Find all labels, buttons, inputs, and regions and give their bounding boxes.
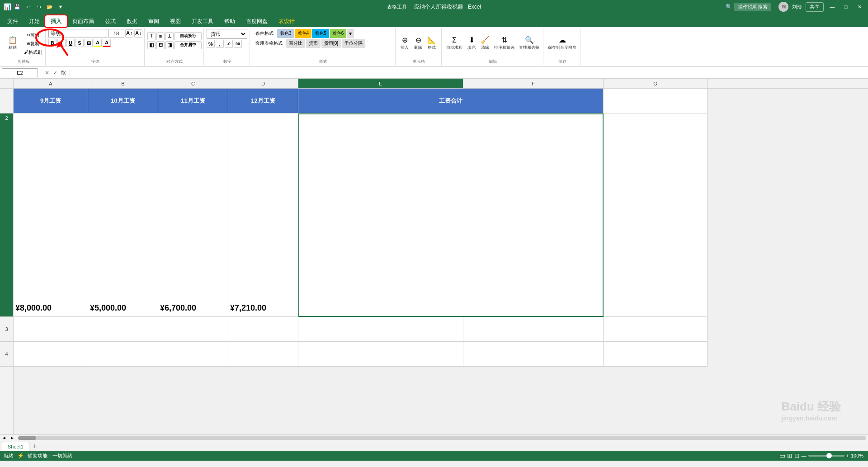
tab-home[interactable]: 开始 [24,15,45,27]
search-label[interactable]: 操作说明搜索 [734,3,771,11]
formula-input[interactable] [73,68,866,77]
cell-d3[interactable] [228,317,298,342]
find-select-btn[interactable]: 🔍 查找和选择 [517,36,541,52]
cell-a4[interactable] [14,342,88,367]
style-quick-1[interactable]: 着色3 [277,29,294,38]
align-middle-btn[interactable]: ≡ [156,32,165,40]
col-header-b[interactable]: B [88,79,158,88]
zoom-out-btn[interactable]: — [802,453,807,458]
conditional-format-btn[interactable]: 条件格式 [253,29,276,38]
add-sheet-btn[interactable]: + [30,442,39,451]
cell-d4[interactable] [228,342,298,367]
formula-accept-btn[interactable]: ✓ [52,70,58,76]
tab-view[interactable]: 视图 [165,15,186,27]
col-header-e[interactable]: E [298,79,463,88]
bold-btn[interactable]: B [48,39,57,47]
cell-a1[interactable]: 9月工资 [14,89,88,113]
decrease-decimal-btn[interactable]: 00 [234,40,242,48]
cell-f3[interactable] [463,317,604,342]
italic-btn[interactable]: I [57,39,66,47]
percent-btn[interactable]: % [207,40,215,48]
cell-b3[interactable] [88,317,158,342]
cut-btn[interactable]: ✂ 剪切 [23,31,43,39]
borders-btn[interactable]: ⊞ [85,39,93,47]
view-pagebreak-btn[interactable]: ⊞ [787,452,793,459]
tab-tabledesign[interactable]: 表设计 [273,15,300,27]
cell-b1[interactable]: 10月工资 [88,89,158,113]
cell-c4[interactable] [158,342,228,367]
currency-style-btn[interactable]: 货币 [306,39,321,48]
scroll-right-btn[interactable]: ► [8,435,16,440]
zoom-slider[interactable] [808,455,844,457]
user-avatar[interactable]: 刘 [778,2,788,12]
align-right-btn[interactable]: ◨ [165,41,174,49]
share-label[interactable]: 共享 [806,2,824,12]
zoom-in-btn[interactable]: + [846,453,849,458]
tab-formulas[interactable]: 公式 [99,15,121,27]
sort-filter-btn[interactable]: ⇅ 排序和筛选 [492,36,516,52]
style-quick-4[interactable]: 着色6 [330,29,347,38]
cell-b2[interactable]: ¥5,000.00 [88,113,158,317]
col-header-f[interactable]: F [463,79,604,88]
save-quick-btn[interactable]: 💾 [13,3,22,11]
tab-pagelayout[interactable]: 页面布局 [67,15,99,27]
view-pagelayout-btn[interactable]: ⊡ [794,452,800,459]
align-left-btn[interactable]: ◧ [147,41,156,49]
currency0-style-btn[interactable]: 货币[0] [321,39,341,48]
align-bottom-btn[interactable]: ⊥ [165,32,174,40]
merge-btn[interactable]: 合并居中 [175,41,202,49]
font-name-dropdown[interactable] [48,29,107,38]
table-styles-btn[interactable]: 套用表格格式 [253,39,285,47]
cell-f4[interactable] [463,342,604,367]
paste-btn[interactable]: 📋 粘贴 [4,36,22,52]
name-box[interactable] [2,68,38,77]
cell-c3[interactable] [158,317,228,342]
style-quick-2[interactable]: 着色4 [295,29,312,38]
zoom-thumb[interactable] [826,453,832,458]
col-header-g[interactable]: G [604,79,708,88]
tab-help[interactable]: 帮助 [219,15,241,27]
maximize-btn[interactable]: □ [841,2,851,11]
comma-style-btn[interactable]: 千位分隔 [342,39,365,48]
underline-btn[interactable]: U [66,39,75,47]
cell-b4[interactable] [88,342,158,367]
fill-color-btn[interactable]: A [94,39,102,47]
tab-developer[interactable]: 开发工具 [186,15,219,27]
undo-quick-btn[interactable]: ↩ [24,3,33,11]
percent-style-btn[interactable]: 百分比 [286,39,305,48]
cell-c1[interactable]: 11月工资 [158,89,228,113]
cell-e1-merged[interactable]: 工资合计 [298,89,604,113]
tab-file[interactable]: 文件 [2,15,24,27]
fill-btn[interactable]: ⬇ 填充 [465,36,478,52]
cell-e3[interactable] [298,317,463,342]
formula-cancel-btn[interactable]: ✕ [44,70,50,76]
col-header-a[interactable]: A [14,79,88,88]
save-baidu-btn[interactable]: ☁ 保存到百度网盘 [546,36,578,52]
copy-btn[interactable]: ⊕ 复制 [23,40,43,48]
align-center-btn[interactable]: ⊟ [156,41,165,49]
strikethrough-btn[interactable]: S [75,39,84,47]
col-header-d[interactable]: D [228,79,298,88]
decrease-font-btn[interactable]: A↓ [134,29,142,38]
cell-d2[interactable]: ¥7,210.00 [228,113,298,317]
col-header-c[interactable]: C [158,79,228,88]
customize-qat-btn[interactable]: ▼ [56,3,65,11]
scroll-thumb-h[interactable] [18,436,36,440]
clear-btn[interactable]: 🧹 清除 [479,36,491,52]
close-btn[interactable]: ✕ [854,2,864,11]
font-color-btn[interactable]: A [103,39,111,47]
cell-d1[interactable]: 12月工资 [228,89,298,113]
style-quick-3[interactable]: 着色5 [312,29,329,38]
open-quick-btn[interactable]: 📂 [45,3,54,11]
sheet-tab-sheet1[interactable]: Sheet1 [2,442,29,451]
tab-baidu[interactable]: 百度网盘 [241,15,273,27]
delete-cells-btn[interactable]: ⊖ 删除 [412,36,425,52]
insert-function-btn[interactable]: fx [60,70,67,76]
increase-font-btn[interactable]: A↑ [125,29,133,38]
row-num-1[interactable] [0,89,13,113]
cell-a3[interactable] [14,317,88,342]
row-num-2[interactable]: 2 [0,113,13,317]
tab-data[interactable]: 数据 [121,15,143,27]
tab-insert[interactable]: 插入 [45,15,67,27]
cell-g2[interactable] [604,113,708,317]
